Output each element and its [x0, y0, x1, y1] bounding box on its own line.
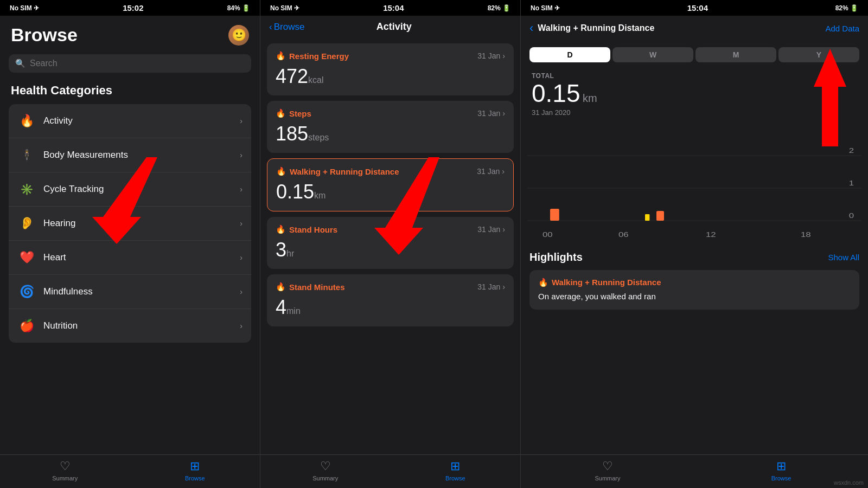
highlights-section: Highlights Show All 🔥 Walking + Running … — [521, 242, 868, 318]
add-data-link[interactable]: Add Data — [825, 24, 859, 33]
svg-text:2: 2 — [849, 147, 854, 154]
browse-label-3: Browse — [771, 475, 792, 481]
card-date-stand-hours: 31 Jan › — [477, 225, 505, 234]
category-icon-mindfulness: 🌀 — [17, 282, 36, 301]
chevron-icon-cycle: › — [240, 185, 242, 194]
svg-text:0: 0 — [849, 212, 854, 219]
status-bar-3: No SIM ✈ 15:04 82% 🔋 — [521, 0, 868, 16]
phone1: No SIM ✈ 15:02 84% 🔋 Browse 🙂 🔍 Health C… — [0, 0, 260, 488]
tab-summary-3[interactable]: ♡ Summary — [521, 459, 694, 481]
detail-content: D W M Y TOTAL 0.15 km 31 Jan 2020 — [521, 42, 868, 454]
card-resting-energy[interactable]: 🔥 Resting Energy 31 Jan › 472kcal — [267, 43, 514, 95]
browse-icon-2: ⊞ — [450, 459, 460, 473]
category-item-activity[interactable]: 🔥 Activity › — [9, 104, 251, 138]
carrier-1: No SIM ✈ — [10, 4, 39, 12]
battery-2: 82% 🔋 — [488, 4, 510, 12]
card-title-steps: 🔥 Steps — [276, 108, 311, 118]
show-all-button[interactable]: Show All — [828, 253, 859, 262]
fire-icon-walking: 🔥 — [276, 166, 286, 176]
highlights-header: Highlights Show All — [529, 251, 859, 264]
chart-svg: 2 1 0 00 06 12 18 — [527, 123, 861, 242]
browse-icon-3: ⊞ — [776, 459, 786, 473]
fire-icon-steps: 🔥 — [276, 108, 286, 118]
browse-icon-1: ⊞ — [190, 459, 200, 473]
total-label: TOTAL — [532, 72, 857, 80]
tab-browse-3[interactable]: ⊞ Browse — [694, 459, 868, 481]
card-title-stand-minutes: 🔥 Stand Minutes — [276, 282, 345, 292]
svg-rect-9 — [550, 209, 559, 221]
period-btn-W[interactable]: W — [612, 47, 693, 62]
card-header-stand-hours: 🔥 Stand Hours 31 Jan › — [276, 224, 505, 234]
tab-browse-1[interactable]: ⊞ Browse — [130, 459, 260, 481]
watermark: wsxdn.com — [834, 479, 864, 486]
category-item-mindfulness[interactable]: 🌀 Mindfulness › — [9, 275, 251, 309]
tab-bar-1: ♡ Summary ⊞ Browse — [0, 454, 260, 488]
time-2: 15:04 — [383, 3, 404, 12]
category-item-body[interactable]: 🕴 Body Measurements › — [9, 138, 251, 172]
category-name-heart: Heart — [43, 252, 232, 263]
tab-summary-2[interactable]: ♡ Summary — [260, 459, 391, 481]
back-button-2[interactable]: ‹ Browse — [269, 22, 304, 33]
category-name-activity: Activity — [43, 115, 232, 126]
period-btn-Y[interactable]: Y — [778, 47, 859, 62]
highlight-card[interactable]: 🔥 Walking + Running Distance On average,… — [529, 270, 859, 310]
card-title-stand-hours: 🔥 Stand Hours — [276, 224, 337, 234]
fire-icon-stand-minutes: 🔥 — [276, 282, 286, 292]
phone2: No SIM ✈ 15:04 82% 🔋 ‹ Browse Activity 🔥… — [260, 0, 521, 488]
time-3: 15:04 — [687, 3, 708, 12]
avatar-image: 🙂 — [232, 28, 246, 42]
svg-rect-11 — [656, 211, 664, 221]
card-walking-running[interactable]: 🔥 Walking + Running Distance 31 Jan › 0.… — [267, 158, 514, 211]
card-date-walking: 31 Jan › — [477, 167, 505, 176]
svg-rect-10 — [645, 214, 649, 221]
period-btn-D[interactable]: D — [529, 47, 610, 62]
activity-title: Activity — [309, 21, 479, 33]
battery-3: 82% 🔋 — [835, 4, 858, 12]
section-title: Health Categories — [0, 81, 260, 104]
search-input[interactable] — [30, 59, 245, 68]
svg-text:12: 12 — [706, 231, 716, 238]
highlights-title: Highlights — [529, 251, 583, 264]
activity-header: ‹ Browse Activity — [260, 16, 520, 39]
summary-icon-1: ♡ — [60, 459, 71, 473]
category-name-hearing: Hearing — [43, 218, 232, 229]
category-icon-body: 🕴 — [17, 146, 36, 164]
status-bar-1: No SIM ✈ 15:02 84% 🔋 — [0, 0, 260, 16]
category-icon-hearing: 👂 — [17, 214, 36, 233]
svg-text:06: 06 — [618, 231, 629, 238]
card-header-resting: 🔥 Resting Energy 31 Jan › — [276, 51, 505, 61]
card-header-stand-minutes: 🔥 Stand Minutes 31 Jan › — [276, 282, 505, 292]
summary-icon-2: ♡ — [320, 459, 331, 473]
category-name-body: Body Measurements — [43, 150, 232, 160]
category-item-hearing[interactable]: 👂 Hearing › — [9, 207, 251, 241]
card-value-walking: 0.15km — [276, 181, 505, 203]
category-icon-heart: ❤️ — [17, 248, 36, 267]
card-date-steps: 31 Jan › — [477, 109, 505, 118]
category-item-heart[interactable]: ❤️ Heart › — [9, 241, 251, 275]
category-item-cycle[interactable]: ✳️ Cycle Tracking › — [9, 172, 251, 207]
card-header-steps: 🔥 Steps 31 Jan › — [276, 108, 505, 118]
card-date-resting: 31 Jan › — [477, 52, 505, 60]
category-item-nutrition[interactable]: 🍎 Nutrition › — [9, 309, 251, 343]
summary-icon-3: ♡ — [602, 459, 613, 473]
chevron-icon-hearing: › — [240, 219, 242, 228]
chevron-icon-activity: › — [240, 117, 242, 125]
avatar[interactable]: 🙂 — [228, 25, 249, 46]
status-bar-2: No SIM ✈ 15:04 82% 🔋 — [260, 0, 520, 16]
card-header-walking: 🔥 Walking + Running Distance 31 Jan › — [276, 166, 505, 176]
browse-label-2: Browse — [445, 475, 465, 481]
fire-icon-resting: 🔥 — [276, 51, 286, 61]
card-title-resting: 🔥 Resting Energy — [276, 51, 349, 61]
chart-area: 2 1 0 00 06 12 18 — [527, 123, 861, 242]
browse-header: Browse 🙂 — [0, 16, 260, 51]
back-button-3[interactable]: ‹ — [529, 21, 533, 35]
period-btn-M[interactable]: M — [695, 47, 776, 62]
card-stand-hours[interactable]: 🔥 Stand Hours 31 Jan › 3hr — [267, 217, 514, 269]
card-steps[interactable]: 🔥 Steps 31 Jan › 185steps — [267, 101, 514, 153]
tab-browse-2[interactable]: ⊞ Browse — [391, 459, 521, 481]
search-bar[interactable]: 🔍 — [9, 54, 251, 73]
tab-summary-1[interactable]: ♡ Summary — [0, 459, 130, 481]
summary-label-1: Summary — [52, 475, 78, 481]
fire-icon-highlight: 🔥 — [538, 278, 548, 287]
card-stand-minutes[interactable]: 🔥 Stand Minutes 31 Jan › 4min — [267, 274, 514, 326]
